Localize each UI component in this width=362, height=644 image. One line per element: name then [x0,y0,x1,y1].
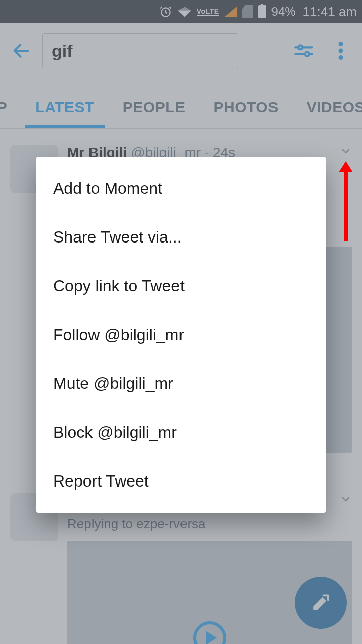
menu-report[interactable]: Report Tweet [36,457,326,506]
menu-add-to-moment[interactable]: Add to Moment [36,164,326,213]
tweet-context-menu: Add to Moment Share Tweet via... Copy li… [36,157,326,513]
menu-share-tweet[interactable]: Share Tweet via... [36,213,326,262]
menu-follow[interactable]: Follow @bilgili_mr [36,310,326,359]
menu-block[interactable]: Block @bilgili_mr [36,408,326,457]
menu-copy-link[interactable]: Copy link to Tweet [36,262,326,310]
menu-mute[interactable]: Mute @bilgili_mr [36,359,326,408]
